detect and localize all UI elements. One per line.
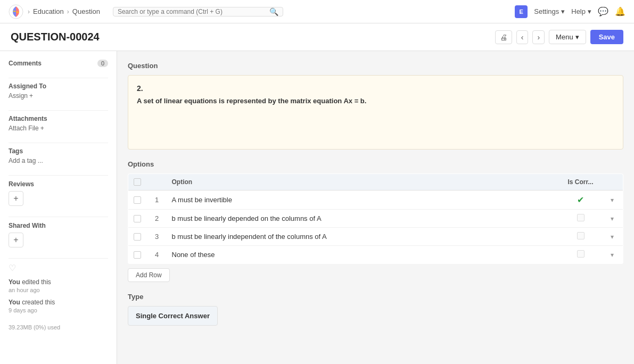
comments-count: 0 — [97, 60, 108, 67]
row-checkbox[interactable] — [134, 215, 141, 222]
header-option: Option — [167, 174, 559, 191]
row-number: 2 — [147, 210, 167, 228]
header-action — [602, 174, 623, 191]
row-option-text: None of these — [167, 246, 559, 264]
storage-info: 39.23MB (0%) used — [9, 324, 108, 330]
question-number: 2. — [137, 84, 614, 93]
help-button[interactable]: Help ▾ — [571, 7, 591, 15]
sidebar-attachments-section: Attachments Attach File + — [9, 115, 108, 132]
nav-avatar[interactable]: E — [515, 5, 528, 18]
sidebar-assigned-section: Assigned To Assign + — [9, 82, 108, 100]
header-is-correct: Is Corr... — [559, 174, 602, 191]
row-dropdown-arrow[interactable]: ▾ — [608, 250, 616, 260]
breadcrumb: › Education › Question — [28, 7, 100, 15]
content-area: Question 2. A set of linear equations is… — [117, 51, 634, 364]
row-checkbox[interactable] — [134, 251, 141, 259]
breadcrumb-education[interactable]: Education — [33, 7, 64, 15]
next-button[interactable]: › — [532, 30, 545, 44]
row-checkbox[interactable] — [134, 196, 141, 204]
breadcrumb-question[interactable]: Question — [72, 7, 100, 15]
options-section-title: Options — [128, 160, 623, 168]
type-section-title: Type — [128, 293, 623, 301]
title-actions: 🖨 ‹ › Menu ▾ Save — [495, 30, 623, 44]
prev-button[interactable]: ‹ — [516, 30, 529, 44]
options-section: Options Option Is Corr... 1A must be inv… — [128, 160, 623, 282]
row-number: 3 — [147, 228, 167, 246]
sidebar-tags-section: Tags Add a tag ... — [9, 147, 108, 164]
row-number: 4 — [147, 246, 167, 264]
assign-button[interactable]: Assign + — [9, 92, 108, 100]
breadcrumb-sep2: › — [67, 8, 69, 15]
search-bar[interactable]: 🔍 — [113, 7, 283, 16]
activity-time-1: an hour ago — [9, 287, 108, 293]
top-nav: › Education › Question 🔍 E Settings ▾ He… — [0, 0, 634, 23]
activity-item-2: You created this — [9, 297, 108, 307]
row-option-text: b must be linearly independent of the co… — [167, 228, 559, 246]
attach-file-button[interactable]: Attach File + — [9, 125, 108, 132]
add-shared-button[interactable]: + — [9, 233, 23, 247]
heart-icon[interactable]: ♡ — [9, 263, 108, 273]
nav-right: E Settings ▾ Help ▾ 💬 🔔 — [515, 5, 625, 18]
sidebar-reviews-section: Reviews + — [9, 180, 108, 206]
row-number: 1 — [147, 191, 167, 210]
settings-button[interactable]: Settings ▾ — [534, 7, 565, 15]
main-layout: Comments 0 Assigned To Assign + Attachme… — [0, 51, 634, 364]
row-action[interactable]: ▾ — [602, 191, 623, 210]
row-action[interactable]: ▾ — [602, 228, 623, 246]
add-row-button[interactable]: Add Row — [128, 268, 170, 282]
row-dropdown-arrow[interactable]: ▾ — [608, 214, 616, 224]
header-checkbox — [128, 174, 147, 191]
chat-icon[interactable]: 💬 — [598, 6, 608, 16]
comments-label: Comments — [9, 60, 42, 67]
sidebar: Comments 0 Assigned To Assign + Attachme… — [0, 51, 117, 364]
question-box: 2. A set of linear equations is represen… — [128, 75, 623, 150]
row-is-correct[interactable] — [559, 228, 602, 246]
options-table: Option Is Corr... 1A must be invertible✔… — [128, 173, 623, 264]
select-all-checkbox[interactable] — [134, 178, 141, 186]
save-button[interactable]: Save — [590, 30, 623, 44]
app-logo[interactable] — [9, 4, 23, 19]
title-bar: QUESTION-00024 🖨 ‹ › Menu ▾ Save — [0, 23, 634, 51]
row-action[interactable]: ▾ — [602, 246, 623, 264]
sidebar-activity: You edited this an hour ago You created … — [9, 277, 108, 313]
correct-empty-box[interactable] — [577, 214, 584, 221]
table-row: 2b must be linearly depended on the colu… — [128, 210, 623, 228]
correct-checkmark: ✔ — [577, 195, 584, 204]
options-table-header-row: Option Is Corr... — [128, 174, 623, 191]
row-is-correct[interactable] — [559, 210, 602, 228]
header-num — [147, 174, 167, 191]
shared-with-label: Shared With — [9, 222, 46, 229]
question-text: A set of linear equations is represented… — [137, 97, 614, 105]
add-tag-button[interactable]: Add a tag ... — [9, 157, 108, 164]
print-button[interactable]: 🖨 — [495, 30, 512, 44]
row-is-correct[interactable]: ✔ — [559, 191, 602, 210]
assigned-to-label: Assigned To — [9, 82, 46, 90]
menu-button[interactable]: Menu ▾ — [549, 30, 586, 44]
sidebar-shared-section: Shared With + — [9, 221, 108, 247]
search-input[interactable] — [118, 8, 266, 15]
row-checkbox[interactable] — [134, 233, 141, 241]
row-action[interactable]: ▾ — [602, 210, 623, 228]
notification-icon[interactable]: 🔔 — [615, 6, 625, 16]
page-title: QUESTION-00024 — [11, 31, 495, 43]
row-dropdown-arrow[interactable]: ▾ — [608, 195, 616, 205]
type-value: Single Correct Answer — [128, 306, 218, 326]
table-row: 4None of these▾ — [128, 246, 623, 264]
correct-empty-box[interactable] — [577, 250, 584, 258]
table-row: 3b must be linearly independent of the c… — [128, 228, 623, 246]
search-icon: 🔍 — [269, 7, 278, 16]
table-row: 1A must be invertible✔▾ — [128, 191, 623, 210]
correct-empty-box[interactable] — [577, 232, 584, 239]
activity-time-2: 9 days ago — [9, 307, 108, 313]
row-dropdown-arrow[interactable]: ▾ — [608, 232, 616, 242]
breadcrumb-sep1: › — [28, 8, 30, 15]
sidebar-comments-section: Comments 0 — [9, 60, 108, 67]
activity-item-1: You edited this — [9, 277, 108, 287]
add-review-button[interactable]: + — [9, 191, 23, 206]
assigned-header: Assigned To — [9, 82, 108, 90]
row-is-correct[interactable] — [559, 246, 602, 264]
row-option-text: A must be invertible — [167, 191, 559, 210]
attachments-label: Attachments — [9, 115, 47, 122]
tags-header: Tags — [9, 147, 108, 155]
type-section: Type Single Correct Answer — [128, 293, 623, 326]
